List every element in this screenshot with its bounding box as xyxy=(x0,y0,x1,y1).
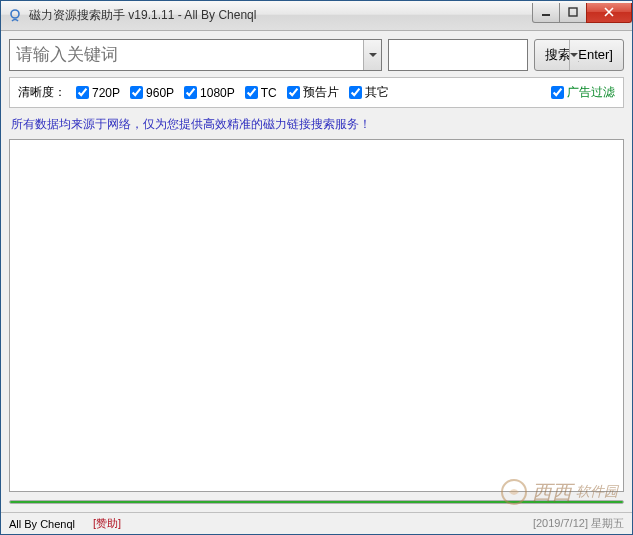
checkbox-ad-filter[interactable] xyxy=(551,86,564,99)
checkbox-other[interactable] xyxy=(349,86,362,99)
filter-720p[interactable]: 720P xyxy=(76,86,120,100)
window-title: 磁力资源搜索助手 v19.1.11 - All By Chenql xyxy=(29,7,533,24)
statusbar: All By Chenql [赞助] [2019/7/12] 星期五 xyxy=(1,512,632,534)
status-date: [2019/7/12] 星期五 xyxy=(533,516,624,531)
close-button[interactable] xyxy=(586,3,632,23)
status-author: All By Chenql xyxy=(9,518,75,530)
checkbox-720p[interactable] xyxy=(76,86,89,99)
svg-point-0 xyxy=(11,10,19,18)
app-icon xyxy=(7,8,23,24)
minimize-icon xyxy=(541,7,551,17)
filter-960p[interactable]: 960P xyxy=(130,86,174,100)
keyword-input[interactable] xyxy=(10,45,363,65)
results-panel[interactable] xyxy=(9,139,624,492)
chevron-down-icon[interactable] xyxy=(363,40,381,70)
checkbox-trailer[interactable] xyxy=(287,86,300,99)
search-row: 搜索 [Enter] xyxy=(9,39,624,71)
category-input[interactable] xyxy=(389,48,569,63)
filter-ad[interactable]: 广告过滤 xyxy=(551,84,615,101)
titlebar[interactable]: 磁力资源搜索助手 v19.1.11 - All By Chenql xyxy=(1,1,632,31)
checkbox-1080p[interactable] xyxy=(184,86,197,99)
filter-tc[interactable]: TC xyxy=(245,86,277,100)
donate-link[interactable]: [赞助] xyxy=(93,516,121,531)
notice-text: 所有数据均来源于网络，仅为您提供高效精准的磁力链接搜索服务！ xyxy=(9,114,624,133)
checkbox-tc[interactable] xyxy=(245,86,258,99)
progressbar xyxy=(9,500,624,504)
filter-label: 清晰度： xyxy=(18,84,66,101)
filter-1080p[interactable]: 1080P xyxy=(184,86,235,100)
filter-row: 清晰度： 720P 960P 1080P TC 预告片 xyxy=(9,77,624,108)
close-icon xyxy=(603,7,615,17)
minimize-button[interactable] xyxy=(532,3,560,23)
keyword-combo[interactable] xyxy=(9,39,382,71)
category-combo[interactable] xyxy=(388,39,528,71)
maximize-button[interactable] xyxy=(559,3,587,23)
filter-trailer[interactable]: 预告片 xyxy=(287,84,339,101)
progressbar-fill xyxy=(10,501,623,503)
svg-rect-1 xyxy=(542,14,550,16)
client-area: 搜索 [Enter] 清晰度： 720P 960P 1080P TC xyxy=(1,31,632,512)
maximize-icon xyxy=(568,7,578,17)
svg-rect-2 xyxy=(569,8,577,16)
chevron-down-icon[interactable] xyxy=(569,40,578,70)
checkbox-960p[interactable] xyxy=(130,86,143,99)
window-controls xyxy=(533,3,632,23)
filter-other[interactable]: 其它 xyxy=(349,84,389,101)
app-window: 磁力资源搜索助手 v19.1.11 - All By Chenql 搜索 [ xyxy=(0,0,633,535)
